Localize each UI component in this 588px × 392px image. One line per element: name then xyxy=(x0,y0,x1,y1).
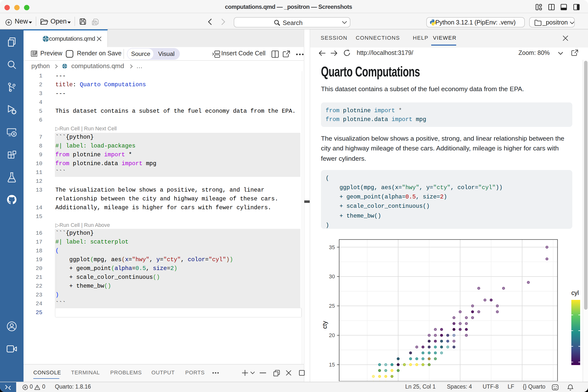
svg-text:cyl: cyl xyxy=(571,289,579,296)
svg-text:15: 15 xyxy=(329,362,335,368)
svg-text:25: 25 xyxy=(329,303,335,309)
svg-text:20: 20 xyxy=(329,332,335,338)
svg-text:cty: cty xyxy=(321,321,328,329)
svg-text:30: 30 xyxy=(329,274,335,280)
svg-text:35: 35 xyxy=(329,244,335,250)
